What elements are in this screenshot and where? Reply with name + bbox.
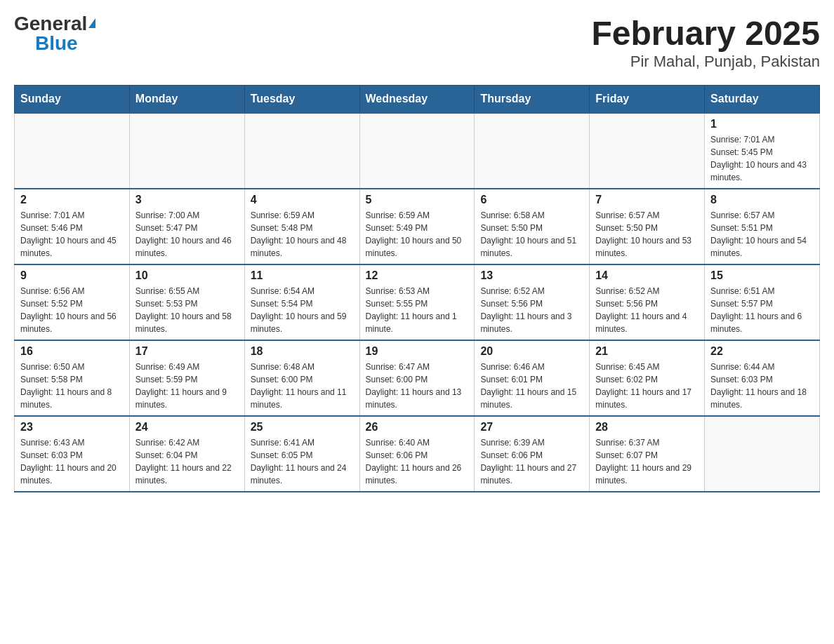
col-sunday: Sunday [15,86,130,114]
day-info: Sunrise: 7:01 AM Sunset: 5:45 PM Dayligh… [710,133,814,184]
day-info: Sunrise: 6:50 AM Sunset: 5:58 PM Dayligh… [20,361,124,411]
table-row: 10Sunrise: 6:55 AM Sunset: 5:53 PM Dayli… [129,264,244,340]
day-number: 24 [135,421,239,434]
day-info: Sunrise: 6:43 AM Sunset: 6:03 PM Dayligh… [20,436,124,487]
day-number: 21 [595,345,699,358]
day-number: 2 [20,194,124,206]
table-row: 16Sunrise: 6:50 AM Sunset: 5:58 PM Dayli… [15,340,130,416]
day-number: 23 [20,421,124,434]
day-number: 25 [251,421,354,434]
table-row: 28Sunrise: 6:37 AM Sunset: 6:07 PM Dayli… [590,416,705,492]
day-number: 27 [480,421,583,434]
day-number: 17 [135,345,239,358]
table-row [705,416,820,492]
table-row: 9Sunrise: 6:56 AM Sunset: 5:52 PM Daylig… [15,264,130,340]
calendar-week-row: 16Sunrise: 6:50 AM Sunset: 5:58 PM Dayli… [15,340,820,416]
day-number: 6 [480,194,583,206]
day-number: 3 [135,194,239,206]
table-row [475,113,590,189]
col-monday: Monday [129,86,244,114]
title-area: February 2025 Pir Mahal, Punjab, Pakista… [591,14,820,71]
table-row: 14Sunrise: 6:52 AM Sunset: 5:56 PM Dayli… [590,264,705,340]
day-info: Sunrise: 6:56 AM Sunset: 5:52 PM Dayligh… [20,285,124,335]
table-row: 25Sunrise: 6:41 AM Sunset: 6:05 PM Dayli… [244,416,359,492]
day-info: Sunrise: 6:46 AM Sunset: 6:01 PM Dayligh… [480,361,583,411]
day-info: Sunrise: 7:00 AM Sunset: 5:47 PM Dayligh… [135,209,239,260]
calendar-header-row: Sunday Monday Tuesday Wednesday Thursday… [15,86,820,114]
day-info: Sunrise: 6:57 AM Sunset: 5:50 PM Dayligh… [595,209,699,260]
logo-blue-text: Blue [35,34,78,53]
table-row: 12Sunrise: 6:53 AM Sunset: 5:55 PM Dayli… [359,264,475,340]
day-number: 22 [710,345,814,358]
day-number: 15 [710,269,814,282]
table-row: 19Sunrise: 6:47 AM Sunset: 6:00 PM Dayli… [359,340,475,416]
table-row [129,113,244,189]
day-info: Sunrise: 6:59 AM Sunset: 5:48 PM Dayligh… [251,209,354,260]
table-row: 20Sunrise: 6:46 AM Sunset: 6:01 PM Dayli… [475,340,590,416]
month-title: February 2025 [591,14,820,53]
table-row [359,113,475,189]
day-number: 18 [251,345,354,358]
col-thursday: Thursday [475,86,590,114]
day-number: 28 [595,421,699,434]
day-info: Sunrise: 6:47 AM Sunset: 6:00 PM Dayligh… [366,361,469,411]
logo: General Blue [14,14,95,53]
day-number: 4 [251,194,354,206]
table-row: 7Sunrise: 6:57 AM Sunset: 5:50 PM Daylig… [590,189,705,264]
day-info: Sunrise: 6:54 AM Sunset: 5:54 PM Dayligh… [251,285,354,335]
table-row: 26Sunrise: 6:40 AM Sunset: 6:06 PM Dayli… [359,416,475,492]
table-row: 8Sunrise: 6:57 AM Sunset: 5:51 PM Daylig… [705,189,820,264]
col-friday: Friday [590,86,705,114]
day-info: Sunrise: 6:52 AM Sunset: 5:56 PM Dayligh… [595,285,699,335]
day-number: 10 [135,269,239,282]
table-row: 2Sunrise: 7:01 AM Sunset: 5:46 PM Daylig… [15,189,130,264]
day-number: 9 [20,269,124,282]
table-row: 13Sunrise: 6:52 AM Sunset: 5:56 PM Dayli… [475,264,590,340]
table-row: 4Sunrise: 6:59 AM Sunset: 5:48 PM Daylig… [244,189,359,264]
day-number: 16 [20,345,124,358]
table-row: 5Sunrise: 6:59 AM Sunset: 5:49 PM Daylig… [359,189,475,264]
day-info: Sunrise: 6:51 AM Sunset: 5:57 PM Dayligh… [710,285,814,335]
day-info: Sunrise: 6:53 AM Sunset: 5:55 PM Dayligh… [366,285,469,335]
table-row: 6Sunrise: 6:58 AM Sunset: 5:50 PM Daylig… [475,189,590,264]
day-number: 14 [595,269,699,282]
day-info: Sunrise: 7:01 AM Sunset: 5:46 PM Dayligh… [20,209,124,260]
calendar-week-row: 1Sunrise: 7:01 AM Sunset: 5:45 PM Daylig… [15,113,820,189]
table-row: 23Sunrise: 6:43 AM Sunset: 6:03 PM Dayli… [15,416,130,492]
day-info: Sunrise: 6:39 AM Sunset: 6:06 PM Dayligh… [480,436,583,487]
day-number: 19 [366,345,469,358]
table-row: 24Sunrise: 6:42 AM Sunset: 6:04 PM Dayli… [129,416,244,492]
calendar-week-row: 23Sunrise: 6:43 AM Sunset: 6:03 PM Dayli… [15,416,820,492]
table-row: 3Sunrise: 7:00 AM Sunset: 5:47 PM Daylig… [129,189,244,264]
day-info: Sunrise: 6:49 AM Sunset: 5:59 PM Dayligh… [135,361,239,411]
page-header: General Blue February 2025 Pir Mahal, Pu… [14,14,820,71]
table-row [244,113,359,189]
calendar-table: Sunday Monday Tuesday Wednesday Thursday… [14,85,820,492]
col-saturday: Saturday [705,86,820,114]
day-number: 1 [710,118,814,130]
table-row: 22Sunrise: 6:44 AM Sunset: 6:03 PM Dayli… [705,340,820,416]
day-info: Sunrise: 6:52 AM Sunset: 5:56 PM Dayligh… [480,285,583,335]
day-info: Sunrise: 6:42 AM Sunset: 6:04 PM Dayligh… [135,436,239,487]
day-info: Sunrise: 6:44 AM Sunset: 6:03 PM Dayligh… [710,361,814,411]
day-info: Sunrise: 6:40 AM Sunset: 6:06 PM Dayligh… [366,436,469,487]
col-tuesday: Tuesday [244,86,359,114]
table-row: 11Sunrise: 6:54 AM Sunset: 5:54 PM Dayli… [244,264,359,340]
day-info: Sunrise: 6:37 AM Sunset: 6:07 PM Dayligh… [595,436,699,487]
col-wednesday: Wednesday [359,86,475,114]
day-number: 26 [366,421,469,434]
calendar-week-row: 2Sunrise: 7:01 AM Sunset: 5:46 PM Daylig… [15,189,820,264]
day-number: 7 [595,194,699,206]
day-info: Sunrise: 6:58 AM Sunset: 5:50 PM Dayligh… [480,209,583,260]
calendar-week-row: 9Sunrise: 6:56 AM Sunset: 5:52 PM Daylig… [15,264,820,340]
table-row: 18Sunrise: 6:48 AM Sunset: 6:00 PM Dayli… [244,340,359,416]
table-row [590,113,705,189]
table-row: 17Sunrise: 6:49 AM Sunset: 5:59 PM Dayli… [129,340,244,416]
day-number: 11 [251,269,354,282]
day-number: 12 [366,269,469,282]
table-row [15,113,130,189]
location-title: Pir Mahal, Punjab, Pakistan [591,53,820,71]
day-info: Sunrise: 6:45 AM Sunset: 6:02 PM Dayligh… [595,361,699,411]
table-row: 27Sunrise: 6:39 AM Sunset: 6:06 PM Dayli… [475,416,590,492]
day-info: Sunrise: 6:55 AM Sunset: 5:53 PM Dayligh… [135,285,239,335]
